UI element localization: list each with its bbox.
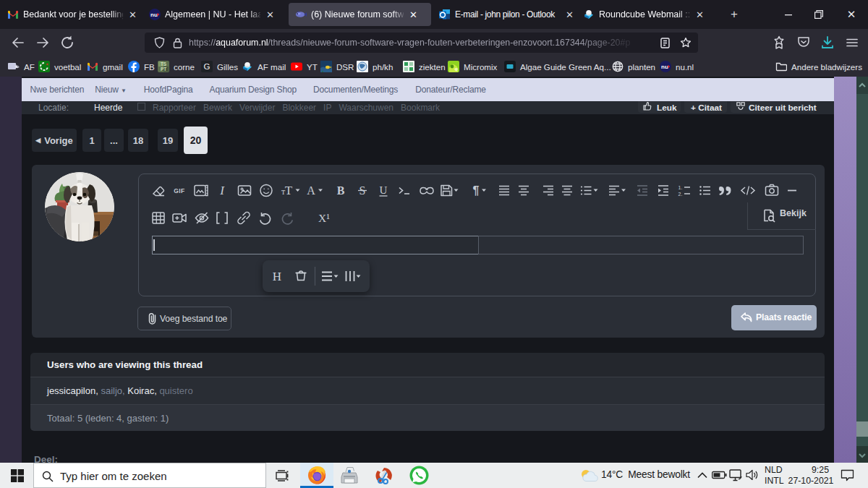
svg-text:TS: TS <box>161 61 167 67</box>
svg-text:nu: nu <box>150 12 158 18</box>
svg-text:I: I <box>219 184 225 197</box>
svg-text:H: H <box>273 270 281 283</box>
svg-text:X¹: X¹ <box>318 212 330 224</box>
svg-text:B: B <box>337 184 345 197</box>
svg-text:PT: PT <box>161 67 166 72</box>
svg-text:T: T <box>285 184 293 197</box>
svg-text:A: A <box>307 184 315 197</box>
svg-text:GIF: GIF <box>174 187 184 194</box>
svg-text:1.: 1. <box>678 185 683 190</box>
svg-text:¶: ¶ <box>473 184 480 197</box>
svg-text:nu: nu <box>661 64 668 70</box>
svg-text:2.: 2. <box>678 192 683 197</box>
svg-text:U: U <box>380 184 388 196</box>
svg-text:G: G <box>204 62 210 71</box>
